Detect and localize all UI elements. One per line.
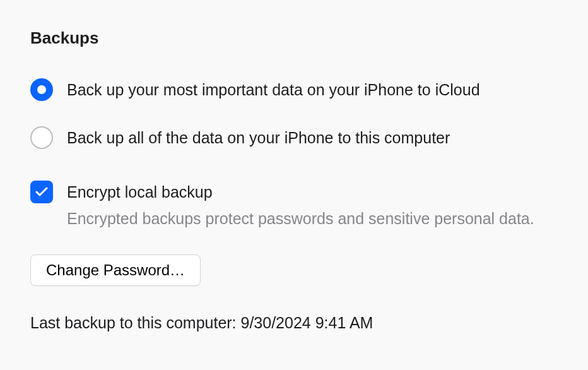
encrypt-subtext: Encrypted backups protect passwords and … (67, 210, 558, 228)
radio-selected-icon (30, 78, 53, 101)
section-title: Backups (30, 28, 558, 48)
checkbox-label: Encrypt local backup (67, 183, 213, 201)
radio-label: Back up all of the data on your iPhone t… (67, 128, 450, 147)
checkbox-checked-icon (30, 181, 53, 203)
radio-label: Back up your most important data on your… (67, 80, 480, 99)
radio-unselected-icon (30, 126, 53, 149)
check-icon (35, 187, 48, 197)
encrypt-local-backup-group: Encrypt local backup Encrypted backups p… (30, 181, 558, 228)
change-password-button[interactable]: Change Password… (30, 254, 201, 286)
backup-destination-radio-group: Back up your most important data on your… (30, 78, 558, 149)
radio-option-this-computer[interactable]: Back up all of the data on your iPhone t… (30, 126, 558, 149)
last-backup-status: Last backup to this computer: 9/30/2024 … (30, 314, 558, 332)
radio-option-icloud[interactable]: Back up your most important data on your… (30, 78, 558, 101)
encrypt-local-backup-checkbox[interactable]: Encrypt local backup (30, 181, 558, 203)
